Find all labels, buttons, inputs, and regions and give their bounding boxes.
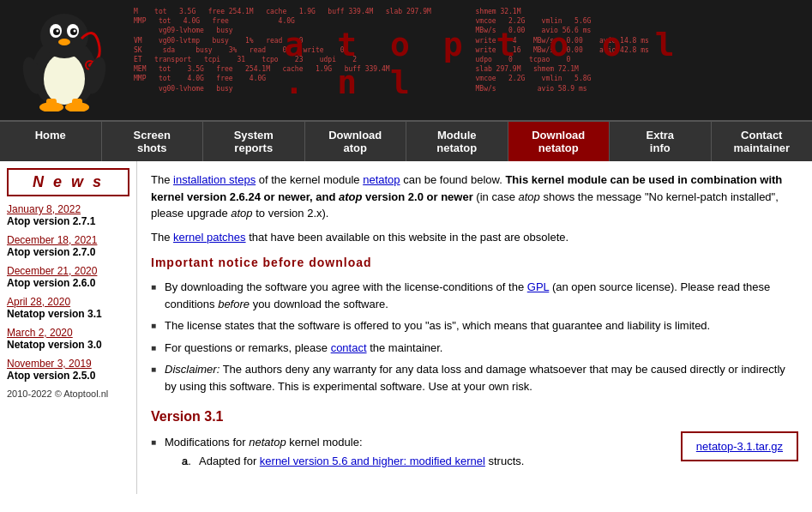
- news-item-4: April 28, 2020 Netatop version 3.1: [7, 296, 129, 320]
- bullet-item-3: For questions or remarks, please contact…: [151, 337, 798, 359]
- atop-italic-2: atop: [518, 190, 539, 203]
- news-item-6: November 3, 2019 Atop version 2.5.0: [7, 358, 129, 382]
- kernel-patches-link[interactable]: kernel patches: [173, 231, 246, 244]
- header-logo: [0, 0, 129, 120]
- news-date-3[interactable]: December 21, 2020: [7, 265, 129, 277]
- netatop-link-1[interactable]: netatop: [363, 173, 400, 186]
- svg-point-2: [40, 14, 88, 58]
- nav-module-netatop[interactable]: Modulenetatop: [406, 122, 508, 161]
- version-title: Version 3.1: [151, 409, 798, 425]
- news-date-1[interactable]: January 8, 2022: [7, 203, 129, 215]
- news-version-3: Atop version 2.6.0: [7, 277, 129, 289]
- gpl-link[interactable]: GPL: [527, 280, 550, 293]
- news-date-5[interactable]: March 2, 2020: [7, 327, 129, 339]
- version-bullet-list: Modifications for netatop kernel module:…: [151, 431, 798, 473]
- tux-icon: [17, 9, 111, 111]
- svg-rect-13: [72, 99, 82, 109]
- bullet-item-1: By downloading the software you agree wi…: [151, 276, 798, 315]
- contact-link[interactable]: contact: [331, 341, 367, 354]
- kernel-version-link[interactable]: kernel version 5.6 and higher: modified …: [260, 455, 485, 467]
- sidebar: N e w s January 8, 2022 Atop version 2.7…: [0, 161, 137, 494]
- news-version-2: Atop version 2.7.0: [7, 246, 129, 258]
- news-item-2: December 18, 2021 Atop version 2.7.0: [7, 234, 129, 258]
- before-italic: before: [218, 298, 250, 310]
- version-section: netatop-3.1.tar.gz Modifications for net…: [151, 431, 798, 473]
- svg-point-1: [44, 53, 85, 105]
- sub-bullet-1: a. Adapted for kernel version 5.6 and hi…: [182, 451, 798, 472]
- nav-contact[interactable]: Contactmaintainer: [712, 122, 813, 161]
- disclaimer-italic: Disclaimer:: [165, 363, 220, 376]
- intro-paragraph-1: The installation steps of the kernel mod…: [151, 172, 798, 222]
- news-version-5: Netatop version 3.0: [7, 339, 129, 351]
- svg-point-7: [57, 30, 59, 33]
- important-bullet-list: By downloading the software you agree wi…: [151, 276, 798, 397]
- bullet-item-2: The license states that the software is …: [151, 315, 798, 337]
- version-bullet-1: Modifications for netatop kernel module:…: [151, 431, 798, 473]
- news-date-6[interactable]: November 3, 2019: [7, 358, 129, 370]
- netatop-italic: netatop: [249, 436, 286, 449]
- nav-screenshots[interactable]: Screenshots: [102, 122, 204, 161]
- news-version-4: Netatop version 3.1: [7, 308, 129, 320]
- site-title: a t o p t o o l . n l: [284, 26, 690, 101]
- intro-paragraph-2: The kernel patches that have been availa…: [151, 229, 798, 246]
- sidebar-news-title: N e w s: [7, 168, 129, 196]
- news-item-3: December 21, 2020 Atop version 2.6.0: [7, 265, 129, 289]
- main-layout: N e w s January 8, 2022 Atop version 2.7…: [0, 161, 812, 494]
- svg-point-8: [74, 30, 76, 33]
- news-date-2[interactable]: December 18, 2021: [7, 234, 129, 246]
- svg-point-9: [58, 39, 70, 45]
- news-version-1: Atop version 2.7.1: [7, 215, 129, 227]
- nav-system-reports[interactable]: Systemreports: [203, 122, 305, 161]
- nav-extra-info[interactable]: Extrainfo: [610, 122, 712, 161]
- content-area: The installation steps of the kernel mod…: [137, 161, 812, 494]
- navbar: Home Screenshots Systemreports Downloada…: [0, 120, 812, 161]
- version-sub-list: a. Adapted for kernel version 5.6 and hi…: [165, 451, 798, 472]
- news-item-5: March 2, 2020 Netatop version 3.0: [7, 327, 129, 351]
- nav-download-atop[interactable]: Downloadatop: [305, 122, 407, 161]
- atop-italic-1: atop: [339, 190, 362, 203]
- header: M tot 3.5G free 254.1M cache 1.9G buff 3…: [0, 0, 812, 120]
- installation-steps-link[interactable]: installation steps: [173, 173, 256, 186]
- nav-download-netatop[interactable]: Downloadnetatop: [508, 122, 611, 161]
- news-version-6: Atop version 2.5.0: [7, 370, 129, 382]
- important-notice-title: Important notice before download: [151, 256, 798, 269]
- atop-italic-3: atop: [231, 207, 252, 220]
- news-date-4[interactable]: April 28, 2020: [7, 296, 129, 308]
- svg-rect-12: [46, 99, 57, 109]
- bullet-item-4: Disclaimer: The authors deny any warrant…: [151, 358, 798, 397]
- nav-home[interactable]: Home: [0, 122, 102, 161]
- news-item-1: January 8, 2022 Atop version 2.7.1: [7, 203, 129, 227]
- sidebar-footer: 2010-2022 © Atoptool.nl: [7, 389, 129, 399]
